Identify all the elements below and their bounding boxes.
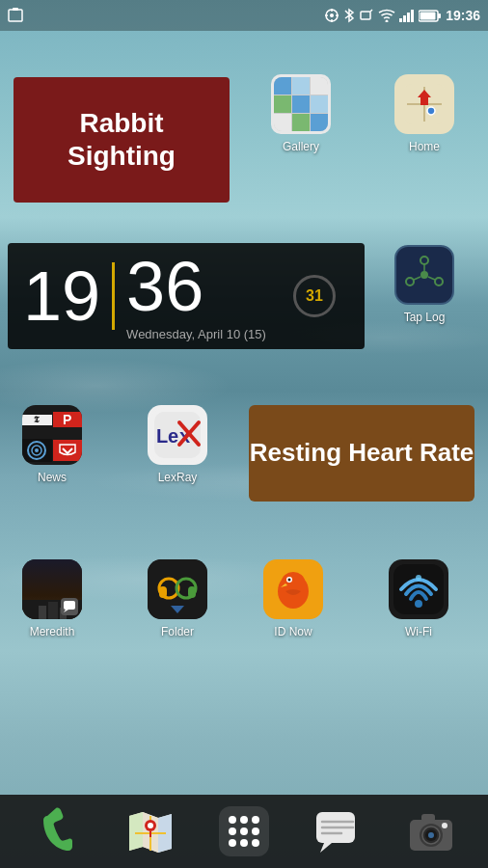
news-icon: 𝕿 P bbox=[22, 405, 82, 465]
lexray-icon-svg: L e x bbox=[150, 408, 204, 462]
clock-divider bbox=[112, 262, 115, 330]
clock-badge: 31 bbox=[293, 275, 336, 317]
app-idnow[interactable]: ID Now bbox=[255, 559, 332, 638]
wifi-app-icon bbox=[389, 559, 448, 619]
app-lexray[interactable]: L e x LexRay bbox=[139, 405, 216, 484]
svg-point-71 bbox=[240, 816, 248, 824]
status-left-icons bbox=[8, 8, 23, 23]
svg-point-27 bbox=[420, 271, 428, 279]
svg-point-73 bbox=[229, 827, 236, 835]
home-icon bbox=[394, 74, 454, 134]
svg-rect-45 bbox=[159, 586, 167, 598]
svg-point-53 bbox=[288, 579, 291, 582]
svg-point-70 bbox=[229, 816, 236, 824]
svg-rect-17 bbox=[420, 12, 436, 19]
svg-line-29 bbox=[428, 277, 435, 280]
target-icon bbox=[324, 8, 339, 23]
lexray-icon: L e x bbox=[148, 405, 207, 465]
signal-icon bbox=[399, 9, 415, 22]
folder-icon bbox=[148, 559, 207, 619]
app-gallery[interactable]: Gallery bbox=[262, 74, 339, 153]
pocket-icon bbox=[57, 440, 78, 461]
svg-line-30 bbox=[414, 277, 420, 280]
dock-maps[interactable] bbox=[122, 802, 179, 860]
svg-rect-11 bbox=[399, 18, 402, 22]
svg-point-56 bbox=[415, 600, 422, 608]
taplog-icon-svg bbox=[404, 255, 445, 295]
svg-line-9 bbox=[370, 10, 372, 12]
screenshot-icon bbox=[8, 8, 23, 23]
svg-rect-1 bbox=[13, 8, 18, 11]
dock-messaging[interactable] bbox=[309, 802, 366, 860]
rabbit-sighting-widget[interactable]: Rabbit Sighting bbox=[14, 77, 230, 203]
rotate-icon bbox=[359, 8, 374, 23]
clock-hour: 19 bbox=[23, 261, 100, 331]
meredith-icon bbox=[22, 559, 82, 619]
svg-rect-12 bbox=[403, 15, 406, 22]
svg-point-26 bbox=[406, 278, 414, 285]
svg-point-33 bbox=[35, 448, 39, 452]
svg-point-72 bbox=[252, 816, 259, 824]
dock-phone[interactable] bbox=[28, 802, 86, 860]
home-screen-content: Rabbit Sighting Gallery bbox=[0, 31, 488, 800]
news-label: News bbox=[14, 471, 91, 484]
svg-rect-41 bbox=[64, 601, 75, 610]
heart-rate-widget[interactable]: Resting Heart Rate bbox=[249, 405, 474, 502]
svg-text:e: e bbox=[168, 425, 178, 447]
bluetooth-icon bbox=[343, 8, 355, 23]
maps-icon bbox=[125, 806, 176, 856]
svg-marker-61 bbox=[129, 812, 143, 851]
svg-rect-8 bbox=[361, 12, 370, 19]
idnow-icon bbox=[263, 559, 323, 619]
home-icon-svg bbox=[402, 82, 447, 126]
chat-overlay-icon bbox=[63, 600, 76, 613]
home-label: Home bbox=[386, 140, 463, 153]
gallery-icon bbox=[271, 74, 331, 134]
idnow-label: ID Now bbox=[255, 625, 332, 638]
messaging-icon bbox=[312, 806, 363, 856]
idnow-icon-svg bbox=[266, 562, 320, 616]
svg-rect-16 bbox=[438, 14, 441, 18]
svg-point-78 bbox=[252, 839, 259, 847]
taplog-label: Tap Log bbox=[386, 311, 463, 324]
app-taplog[interactable]: Tap Log bbox=[386, 245, 463, 324]
svg-rect-0 bbox=[9, 10, 22, 21]
svg-rect-87 bbox=[421, 814, 435, 822]
svg-point-74 bbox=[240, 827, 248, 835]
onion-icon bbox=[25, 439, 48, 462]
svg-rect-22 bbox=[420, 97, 428, 105]
status-bar: 19:36 bbox=[0, 0, 488, 31]
meredith-label: Meredith bbox=[14, 625, 91, 638]
rabbit-sighting-label: Rabbit Sighting bbox=[14, 97, 230, 181]
status-right-area: 19:36 bbox=[324, 8, 480, 23]
clock-widget[interactable]: 19 36 Wednesday, April 10 (15) 31 bbox=[8, 243, 365, 349]
dock-launcher[interactable] bbox=[215, 802, 273, 860]
folder-label: Folder bbox=[139, 625, 216, 638]
app-home[interactable]: Home bbox=[386, 74, 463, 153]
clock-date: Wednesday, April 10 (15) bbox=[126, 327, 266, 341]
svg-point-10 bbox=[386, 20, 389, 23]
wifi-status-icon bbox=[378, 9, 395, 22]
clock-minute: 36 bbox=[126, 252, 266, 321]
svg-point-76 bbox=[229, 839, 236, 847]
svg-rect-47 bbox=[188, 586, 196, 598]
svg-text:L: L bbox=[156, 425, 168, 447]
wifi-app-icon-svg bbox=[393, 564, 444, 614]
svg-point-77 bbox=[240, 839, 248, 847]
svg-marker-42 bbox=[64, 610, 68, 612]
app-wifi[interactable]: Wi-Fi bbox=[380, 559, 457, 638]
lexray-label: LexRay bbox=[139, 471, 216, 484]
folder-icon-svg bbox=[148, 559, 207, 619]
svg-point-23 bbox=[427, 107, 435, 115]
clock-time-status: 19:36 bbox=[446, 8, 480, 23]
camera-icon bbox=[406, 806, 456, 856]
gallery-label: Gallery bbox=[262, 140, 339, 153]
app-meredith[interactable]: Meredith bbox=[14, 559, 91, 638]
app-news[interactable]: 𝕿 P News bbox=[14, 405, 91, 484]
wifi-label: Wi-Fi bbox=[380, 625, 457, 638]
dock-camera[interactable] bbox=[402, 802, 460, 860]
launcher-icon bbox=[219, 806, 269, 856]
dock bbox=[0, 795, 488, 868]
app-folder[interactable]: Folder bbox=[139, 559, 216, 638]
svg-point-24 bbox=[420, 257, 428, 264]
